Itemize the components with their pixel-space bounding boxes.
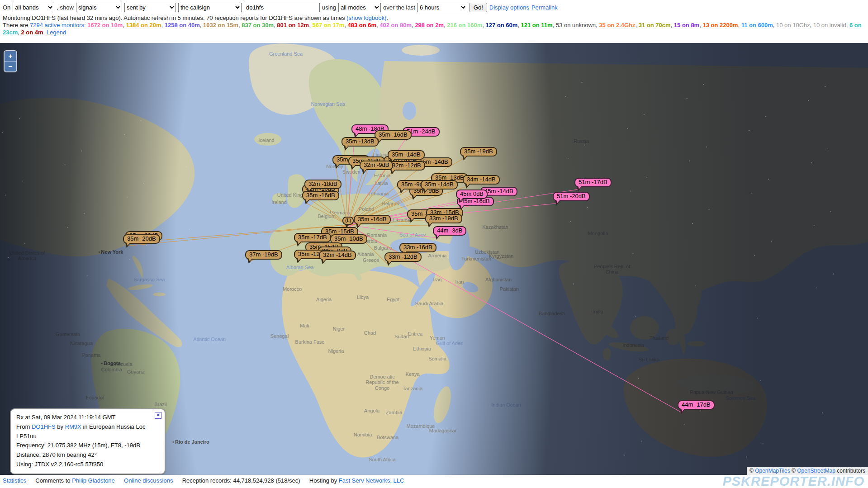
reception-balloon[interactable]: 51m -20dB xyxy=(553,192,590,201)
band-count: 11 on 600m xyxy=(741,22,773,28)
footer-link[interactable]: Statistics xyxy=(3,477,26,484)
show-label: , show xyxy=(57,4,74,11)
zoom-out-button[interactable]: − xyxy=(5,61,16,71)
band-count: 216 on 160m xyxy=(447,22,482,28)
footer-link[interactable]: Online discussions xyxy=(124,477,173,484)
show-logbook-link[interactable]: (show logbook) xyxy=(346,14,386,21)
reception-balloon[interactable]: 35m -16dB xyxy=(375,130,412,140)
reception-balloon[interactable]: 32m -14dB xyxy=(319,251,356,260)
top-toolbar: On all bands , show signals sent by the … xyxy=(0,0,868,36)
active-monitors-line: There are 7294 active monitors: 1672 on … xyxy=(3,22,864,36)
band-count: 801 on 12m xyxy=(277,22,309,28)
using-label: using xyxy=(322,4,336,11)
reception-balloon[interactable]: 35m -19dB xyxy=(460,147,497,156)
reception-balloon[interactable]: 44m -3dB xyxy=(433,226,466,236)
band-count: 121 on 11m xyxy=(521,22,553,28)
attribution-link[interactable]: OpenStreetMap xyxy=(797,468,835,474)
reception-balloon[interactable]: 35m -17dB xyxy=(294,233,331,242)
reception-balloon[interactable]: 35m -16dB xyxy=(302,191,339,200)
from-callsign-link[interactable]: DO1HFS xyxy=(32,423,56,430)
signals-select[interactable]: signals xyxy=(76,3,122,12)
band-count: 10 on invalid xyxy=(813,22,846,28)
footer-bar: Statistics — Comments to Philip Gladston… xyxy=(0,475,868,488)
active-monitors-link[interactable]: 7294 active monitors xyxy=(30,22,84,28)
band-count: 1672 on 10m xyxy=(87,22,123,28)
reception-balloon[interactable]: 51m -17dB xyxy=(574,178,612,187)
band-count: 10 on 10Ghz xyxy=(776,22,810,28)
reception-balloon[interactable]: 44m -17dB xyxy=(678,400,715,410)
footer-link[interactable]: Philip Gladstone xyxy=(72,477,115,484)
band-count: 53 on unknown xyxy=(556,22,596,28)
reception-balloon[interactable]: 33m -12dB xyxy=(384,252,422,262)
reception-balloon[interactable]: 35m -14dB xyxy=(421,180,458,190)
band-count: 127 on 60m xyxy=(485,22,517,28)
popup-distance: Distance: 2870 km bearing 42° xyxy=(16,450,160,460)
modes-select[interactable]: all modes xyxy=(338,3,381,12)
period-select[interactable]: 6 hours xyxy=(417,3,467,12)
by-callsign-link[interactable]: RM9X xyxy=(65,423,81,430)
attribution-link[interactable]: OpenMapTiles xyxy=(755,468,790,474)
display-options-link[interactable]: Display options xyxy=(489,4,529,11)
reception-balloon[interactable]: 32m -12dB xyxy=(388,161,425,171)
footer-link[interactable]: Fast Serv Networks, LLC xyxy=(339,477,404,484)
band-count: 1032 on 15m xyxy=(203,22,238,28)
band-count: 402 on 80m xyxy=(379,22,412,28)
reception-balloon[interactable]: 33m -19dB xyxy=(425,214,462,223)
on-label: On xyxy=(3,4,10,11)
popup-from-line: From DO1HFS by RM9X in European Russia L… xyxy=(16,422,160,441)
reception-balloon[interactable]: 35m -20dB xyxy=(123,234,160,244)
map-attribution: © OpenMapTiles © OpenStreetMap contribut… xyxy=(747,467,868,475)
band-count: 1258 on 40m xyxy=(165,22,200,28)
band-count: 31 on 70cm xyxy=(639,22,671,28)
query-controls-row: On all bands , show signals sent by the … xyxy=(3,1,865,13)
legend-link[interactable]: Legend xyxy=(47,29,66,36)
go-button[interactable]: Go! xyxy=(470,3,487,12)
band-counts: 1672 on 10m, 1384 on 20m, 1258 on 40m, 1… xyxy=(3,22,862,36)
reception-balloon[interactable]: 35m -16dB xyxy=(354,215,391,224)
reception-balloon[interactable]: 37m -19dB xyxy=(245,250,282,260)
overlast-label: over the last xyxy=(383,4,415,11)
reception-info-popup: ✕ Rx at Sat, 09 Mar 2024 11:19:14 GMT Fr… xyxy=(10,408,166,474)
band-select[interactable]: all bands xyxy=(13,3,54,12)
popup-rx-time: Rx at Sat, 09 Mar 2024 11:19:14 GMT xyxy=(16,413,160,422)
band-count: 567 on 17m xyxy=(312,22,344,28)
zoom-in-button[interactable]: + xyxy=(5,51,16,61)
reception-balloon[interactable]: 45m 0dB xyxy=(456,190,488,199)
band-count: 298 on 2m xyxy=(415,22,444,28)
band-count: 1384 on 20m xyxy=(126,22,161,28)
reception-balloon[interactable]: 32m -18dB xyxy=(304,180,342,189)
callsign-input[interactable] xyxy=(244,3,320,12)
band-count: 837 on 30m xyxy=(242,22,274,28)
permalink-link[interactable]: Permalink xyxy=(531,4,558,11)
reception-balloon[interactable]: 35m -13dB xyxy=(342,137,379,147)
reception-balloon[interactable]: 32m -9dB xyxy=(360,161,393,170)
sentby-select[interactable]: sent by xyxy=(124,3,176,12)
reception-balloon[interactable]: 34m -14dB xyxy=(463,175,500,185)
band-count: 15 on 8m xyxy=(674,22,699,28)
close-icon[interactable]: ✕ xyxy=(155,412,161,419)
map-zoom-control: + − xyxy=(4,50,17,72)
band-count: 2 on 4m xyxy=(21,29,43,36)
monitoring-text: Monitoring DO1HFS (last heard 32 mins ag… xyxy=(3,14,346,21)
transmitter-marker[interactable]: (L) xyxy=(342,217,354,225)
band-count: 483 on 6m xyxy=(347,22,376,28)
world-map[interactable]: Greenland SeaNorwegian SeaSargasso SeaAt… xyxy=(0,43,868,475)
popup-frequency: Frequency: 21.075.382 MHz (15m), FT8, -1… xyxy=(16,441,160,450)
reception-balloon[interactable]: 35m -14dB xyxy=(388,150,425,160)
callsign-mode-select[interactable]: the callsign xyxy=(178,3,242,12)
band-count: 35 on 2.4Ghz xyxy=(599,22,635,28)
popup-using: Using: JTDX v2.2.160-rc5 57f350 xyxy=(16,460,160,469)
reception-balloon[interactable]: 33m -16dB xyxy=(399,243,436,252)
pskreporter-watermark: PSKREPORTER.INFO xyxy=(722,474,864,488)
monitoring-status-line: Monitoring DO1HFS (last heard 32 mins ag… xyxy=(3,14,865,22)
band-count: 13 on 2200m xyxy=(702,22,738,28)
